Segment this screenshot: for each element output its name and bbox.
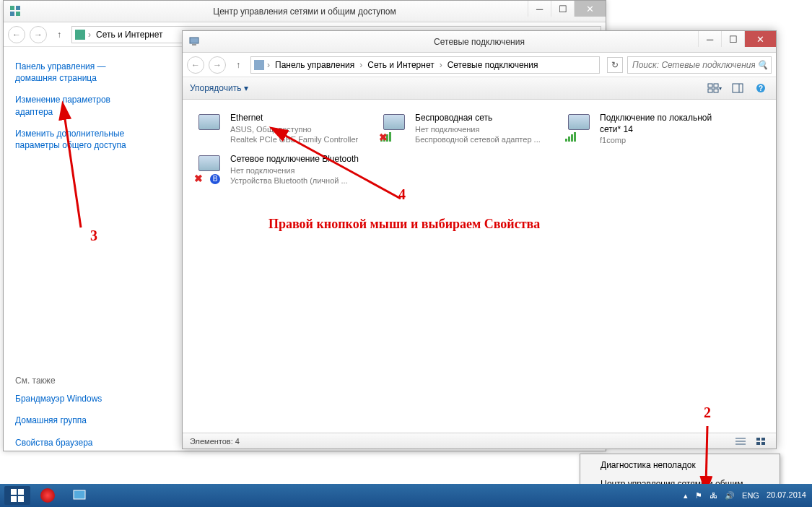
- tray-lang[interactable]: ENG: [742, 491, 759, 500]
- connection-text: EthernetASUS, ОбщедоступноRealtek PCIe G…: [230, 113, 358, 145]
- search-field[interactable]: [632, 57, 755, 73]
- svg-rect-9: [714, 84, 718, 87]
- organize-button[interactable]: Упорядочить ▾: [190, 83, 248, 93]
- tray-volume-icon[interactable]: 🔊: [725, 491, 735, 500]
- window-title: Сетевые подключения: [183, 37, 776, 47]
- search-icon: 🔍: [757, 60, 768, 70]
- tray-clock[interactable]: 20.07.2014: [767, 490, 806, 500]
- large-icons-view-icon[interactable]: [753, 434, 769, 448]
- connection-text: Сетевое подключение BluetoothНет подключ…: [230, 154, 359, 186]
- sidebar-adapter-link[interactable]: Изменение параметров адаптера: [15, 94, 144, 117]
- connection-icon: ✖B: [194, 154, 224, 184]
- search-input[interactable]: 🔍: [627, 56, 772, 74]
- taskbar-opera[interactable]: [33, 486, 62, 505]
- close-button[interactable]: ✕: [744, 31, 776, 47]
- connection-status: Нет подключения: [415, 124, 541, 134]
- tray-flag-icon[interactable]: ⚑: [695, 491, 702, 500]
- start-button[interactable]: [4, 486, 30, 505]
- connection-text: Подключение по локальной сети* 14f1comp: [600, 113, 731, 145]
- network-connections-window: Сетевые подключения ─ ☐ ✕ ← → ↑ › Панель…: [182, 30, 777, 449]
- breadcrumb-part[interactable]: Сеть и Интернет: [94, 30, 165, 40]
- taskbar-app[interactable]: [65, 486, 94, 505]
- svg-rect-22: [761, 442, 765, 445]
- svg-rect-4: [75, 30, 85, 40]
- view-button[interactable]: ▾: [707, 81, 722, 95]
- connection-device: Realtek PCIe GBE Family Controller: [230, 134, 358, 144]
- svg-rect-5: [190, 38, 198, 43]
- opera-icon: [40, 488, 55, 503]
- breadcrumb-p2[interactable]: Сеть и Интернет: [365, 60, 436, 70]
- svg-rect-0: [10, 6, 14, 10]
- svg-rect-3: [16, 12, 20, 16]
- sidebar-firewall-link[interactable]: Брандмауэр Windows: [15, 393, 144, 404]
- ctx-diagnostics[interactable]: Диагностика неполадок: [582, 456, 778, 474]
- breadcrumb[interactable]: › Панель управления › Сеть и Интернет › …: [250, 56, 600, 74]
- nav-toolbar: ← → ↑ › Панель управления › Сеть и Интер…: [183, 53, 776, 77]
- svg-rect-7: [254, 60, 264, 70]
- system-tray[interactable]: ▴ ⚑ 🖧 🔊 ENG 20.07.2014: [501, 484, 812, 507]
- svg-rect-21: [756, 442, 760, 445]
- minimize-button[interactable]: ─: [528, 1, 551, 17]
- connection-item[interactable]: ✖BСетевое подключение BluetoothНет подкл…: [193, 152, 363, 187]
- svg-rect-29: [11, 496, 17, 502]
- help-button[interactable]: ?: [753, 81, 769, 95]
- status-bar: Элементов: 4: [183, 433, 776, 448]
- command-bar: Упорядочить ▾ ▾ ?: [183, 77, 776, 100]
- minimize-button[interactable]: ─: [698, 31, 721, 47]
- sidebar-advanced-link[interactable]: Изменить дополнительные параметры общего…: [15, 128, 144, 151]
- sidebar: Панель управления — домашняя страница Из…: [4, 48, 155, 448]
- control-panel-icon: [254, 60, 264, 70]
- svg-rect-6: [192, 44, 196, 46]
- maximize-button[interactable]: ☐: [551, 1, 574, 17]
- svg-rect-11: [714, 89, 718, 92]
- svg-rect-31: [74, 490, 85, 499]
- connection-status: ASUS, Общедоступно: [230, 124, 358, 134]
- sidebar-homegroup-link[interactable]: Домашняя группа: [15, 415, 144, 426]
- forward-button[interactable]: →: [30, 26, 47, 43]
- organize-label: Упорядочить: [190, 83, 241, 93]
- breadcrumb-p3[interactable]: Сетевые подключения: [445, 60, 541, 70]
- back-button[interactable]: ←: [187, 56, 204, 74]
- connection-device: f1comp: [600, 135, 731, 145]
- connection-item[interactable]: Подключение по локальной сети* 14f1comp: [562, 111, 733, 147]
- up-button[interactable]: ↑: [51, 27, 67, 43]
- preview-pane-button[interactable]: [730, 81, 746, 95]
- svg-rect-12: [733, 84, 743, 92]
- breadcrumb-p1[interactable]: Панель управления: [273, 60, 357, 70]
- svg-rect-8: [708, 84, 712, 87]
- connection-name: Беспроводная сеть: [415, 113, 541, 124]
- svg-rect-30: [18, 496, 24, 502]
- close-button[interactable]: ✕: [574, 1, 606, 17]
- maximize-button[interactable]: ☐: [721, 31, 744, 47]
- connections-list: EthernetASUS, ОбщедоступноRealtek PCIe G…: [183, 101, 776, 433]
- window-icon: [9, 5, 21, 17]
- titlebar[interactable]: Сетевые подключения ─ ☐ ✕: [183, 31, 776, 53]
- chevron-down-icon: ▾: [244, 83, 248, 93]
- svg-text:?: ?: [759, 84, 763, 92]
- connection-icon: [564, 113, 594, 143]
- svg-rect-19: [756, 438, 760, 441]
- forward-button[interactable]: →: [209, 56, 226, 74]
- connection-name: Подключение по локальной сети* 14: [600, 113, 731, 135]
- connection-name: Ethernet: [230, 113, 358, 124]
- window-icon: [188, 35, 200, 47]
- tray-chevron-up-icon[interactable]: ▴: [684, 491, 688, 500]
- connection-icon: ✖: [379, 113, 409, 143]
- titlebar[interactable]: Центр управления сетями и общим доступом…: [4, 1, 606, 22]
- svg-rect-28: [18, 489, 24, 495]
- sidebar-browser-link[interactable]: Свойства браузера: [15, 437, 144, 448]
- refresh-button[interactable]: ↻: [607, 57, 623, 73]
- sidebar-home-link[interactable]: Панель управления — домашняя страница: [15, 61, 144, 84]
- connection-item[interactable]: ✖Беспроводная сетьНет подключенияБеспров…: [377, 111, 548, 147]
- tray-date: 20.07.2014: [767, 490, 806, 500]
- svg-rect-2: [10, 12, 14, 16]
- details-view-icon[interactable]: [733, 434, 748, 448]
- connection-item[interactable]: EthernetASUS, ОбщедоступноRealtek PCIe G…: [193, 111, 363, 147]
- connection-name: Сетевое подключение Bluetooth: [230, 154, 359, 165]
- up-button[interactable]: ↑: [230, 57, 246, 73]
- back-button[interactable]: ←: [8, 26, 25, 43]
- taskbar[interactable]: [0, 484, 501, 507]
- window-title: Центр управления сетями и общим доступом: [4, 6, 606, 17]
- tray-network-icon[interactable]: 🖧: [710, 491, 717, 500]
- svg-rect-20: [761, 438, 765, 441]
